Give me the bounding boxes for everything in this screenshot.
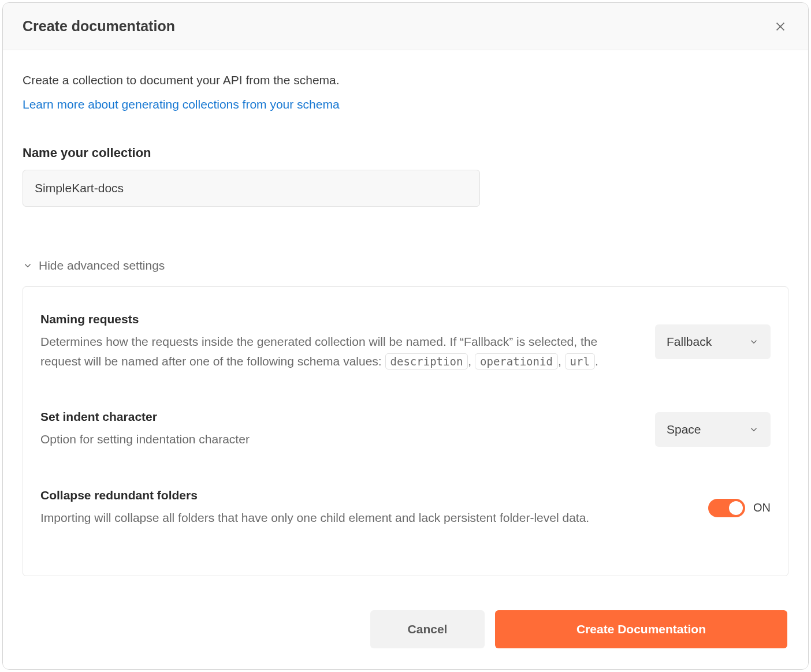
create-documentation-button[interactable]: Create Documentation [495,610,787,648]
indent-character-dropdown[interactable]: Space [655,412,771,447]
collection-name-input[interactable] [23,170,480,207]
name-collection-label: Name your collection [23,145,788,160]
setting-title: Set indent character [40,410,632,424]
setting-collapse-folders: Collapse redundant folders Importing wil… [40,463,771,542]
dialog-title: Create documentation [23,18,175,35]
code-operationid: operationid [475,353,558,369]
setting-indent-character: Set indent character Option for setting … [40,384,771,463]
cancel-button[interactable]: Cancel [370,610,485,648]
toggle-wrap: ON [708,499,771,517]
setting-title: Naming requests [40,312,632,326]
setting-control: ON [708,499,771,517]
naming-requests-dropdown[interactable]: Fallback [655,324,771,359]
dialog-body[interactable]: Create a collection to document your API… [3,50,808,594]
dialog-header: Create documentation [3,3,808,50]
dropdown-value: Fallback [667,335,712,349]
chevron-down-icon [749,424,759,435]
intro-text: Create a collection to document your API… [23,71,788,89]
advanced-settings-toggle[interactable]: Hide advanced settings [23,259,788,272]
setting-control: Space [655,412,771,447]
setting-naming-requests: Naming requests Determines how the reque… [40,304,771,384]
setting-text: Set indent character Option for setting … [40,410,632,449]
advanced-toggle-label: Hide advanced settings [39,259,165,272]
code-url: url [565,353,595,369]
close-button[interactable] [772,18,788,35]
code-description: description [385,353,468,369]
setting-title: Collapse redundant folders [40,488,685,502]
setting-description: Importing will collapse all folders that… [40,508,685,528]
create-documentation-dialog: Create documentation Create a collection… [2,2,809,670]
toggle-state-label: ON [753,501,771,514]
learn-more-link[interactable]: Learn more about generating collections … [23,95,340,114]
setting-description: Determines how the requests inside the g… [40,332,632,371]
dropdown-value: Space [667,423,701,436]
setting-description: Option for setting indentation character [40,430,632,449]
advanced-settings-panel: Naming requests Determines how the reque… [23,286,788,576]
dialog-body-wrapper: Create a collection to document your API… [3,50,808,594]
setting-control: Fallback [655,324,771,359]
close-icon [774,20,787,33]
chevron-down-icon [23,260,33,271]
collapse-folders-toggle[interactable] [708,499,745,517]
setting-text: Naming requests Determines how the reque… [40,312,632,371]
dialog-footer: Cancel Create Documentation [3,594,808,669]
toggle-knob [729,501,743,515]
chevron-down-icon [749,337,759,347]
setting-text: Collapse redundant folders Importing wil… [40,488,685,528]
